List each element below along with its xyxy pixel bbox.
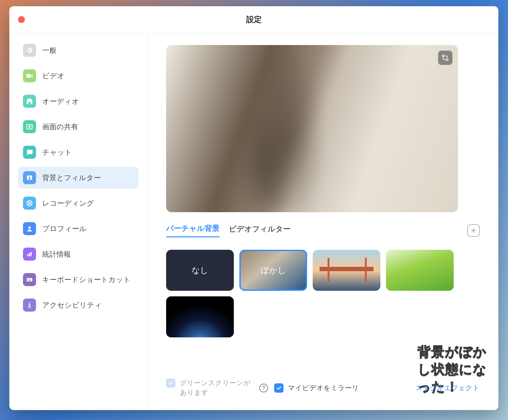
window-title: 設定 bbox=[9, 14, 498, 25]
sidebar-item-label: アクセシビリティ bbox=[42, 300, 102, 310]
background-icon bbox=[23, 171, 36, 184]
svg-rect-12 bbox=[30, 279, 31, 280]
sidebar-item-label: プロフィール bbox=[42, 224, 87, 234]
svg-point-4 bbox=[29, 202, 31, 204]
main-panel: バーチャル背景 ビデオフィルター なし ぼかし bbox=[147, 33, 498, 410]
stats-icon bbox=[23, 248, 36, 261]
tab-virtual-background[interactable]: バーチャル背景 bbox=[166, 223, 220, 237]
sidebar-item-general[interactable]: 一般 bbox=[18, 39, 138, 61]
gear-icon bbox=[23, 44, 36, 57]
svg-rect-9 bbox=[27, 278, 32, 281]
greenscreen-checkbox bbox=[166, 378, 175, 388]
close-window-button[interactable] bbox=[18, 16, 25, 23]
svg-rect-8 bbox=[31, 252, 32, 256]
sidebar-item-label: 一般 bbox=[42, 46, 57, 55]
sidebar-item-statistics[interactable]: 統計情報 bbox=[18, 243, 138, 265]
bg-option-grass[interactable] bbox=[386, 250, 454, 291]
svg-point-14 bbox=[29, 302, 30, 304]
mirror-label: マイビデオをミラーリ bbox=[288, 383, 359, 393]
svg-rect-13 bbox=[28, 280, 31, 281]
rotate-camera-button[interactable] bbox=[438, 51, 452, 65]
bottom-options: グリーンスクリーンがあります ? マイビデオをミラーリ スタジオエフェクト bbox=[166, 378, 480, 398]
sidebar-item-audio[interactable]: オーディオ bbox=[18, 90, 138, 112]
bg-option-label: ぼかし bbox=[261, 265, 286, 276]
sidebar-item-share-screen[interactable]: 画面の共有 bbox=[18, 116, 138, 138]
mirror-checkbox[interactable] bbox=[274, 383, 283, 393]
keyboard-icon bbox=[23, 273, 36, 286]
sidebar-item-label: 画面の共有 bbox=[42, 122, 78, 132]
bg-option-blur[interactable]: ぼかし bbox=[239, 250, 307, 291]
sidebar-item-label: 統計情報 bbox=[42, 249, 71, 259]
sidebar-item-profile[interactable]: プロフィール bbox=[18, 218, 138, 240]
sidebar-item-accessibility[interactable]: アクセシビリティ bbox=[18, 294, 138, 316]
sidebar-item-label: ビデオ bbox=[42, 71, 65, 81]
sidebar-item-label: レコーディング bbox=[42, 199, 94, 208]
sidebar-item-label: キーボードショートカット bbox=[42, 275, 131, 285]
help-icon[interactable]: ? bbox=[259, 384, 268, 392]
background-options-grid: なし ぼかし bbox=[166, 250, 461, 337]
tab-video-filter[interactable]: ビデオフィルター bbox=[229, 224, 291, 237]
svg-rect-15 bbox=[443, 56, 447, 60]
video-icon bbox=[23, 69, 36, 82]
settings-sidebar: 一般 ビデオ オーディオ 画面の共有 bbox=[9, 33, 147, 410]
record-icon bbox=[23, 197, 36, 210]
sidebar-item-label: チャット bbox=[42, 148, 72, 157]
bg-option-label: なし bbox=[192, 265, 208, 276]
share-screen-icon bbox=[23, 120, 36, 133]
profile-icon bbox=[23, 222, 36, 235]
add-background-button[interactable] bbox=[467, 224, 480, 237]
sidebar-item-video[interactable]: ビデオ bbox=[18, 65, 138, 87]
svg-rect-6 bbox=[27, 254, 29, 256]
headphones-icon bbox=[23, 95, 36, 108]
titlebar: 設定 bbox=[9, 6, 498, 33]
bg-option-bridge[interactable] bbox=[313, 250, 380, 291]
mirror-option[interactable]: マイビデオをミラーリ bbox=[274, 383, 359, 393]
svg-point-2 bbox=[29, 176, 30, 178]
svg-rect-7 bbox=[29, 253, 30, 256]
accessibility-icon bbox=[23, 299, 36, 312]
svg-rect-10 bbox=[28, 279, 28, 280]
studio-effects-link[interactable]: スタジオエフェクト bbox=[415, 383, 480, 393]
video-preview bbox=[166, 45, 458, 212]
tabs: バーチャル背景 ビデオフィルター bbox=[166, 223, 480, 237]
chat-icon bbox=[23, 146, 36, 159]
sidebar-item-chat[interactable]: チャット bbox=[18, 141, 138, 163]
sidebar-item-recording[interactable]: レコーディング bbox=[18, 192, 138, 214]
sidebar-item-background-filters[interactable]: 背景とフィルター bbox=[18, 167, 138, 189]
svg-point-5 bbox=[28, 226, 31, 229]
sidebar-item-keyboard-shortcuts[interactable]: キーボードショートカット bbox=[18, 269, 138, 290]
bg-option-none[interactable]: なし bbox=[166, 250, 234, 291]
svg-rect-11 bbox=[29, 279, 29, 280]
settings-window: 設定 一般 ビデオ オーディオ bbox=[9, 6, 498, 410]
greenscreen-label: グリーンスクリーンがあります bbox=[180, 378, 253, 398]
greenscreen-option: グリーンスクリーンがあります bbox=[166, 378, 253, 398]
bg-option-earth[interactable] bbox=[166, 296, 234, 337]
sidebar-item-label: オーディオ bbox=[42, 97, 79, 106]
sidebar-item-label: 背景とフィルター bbox=[42, 173, 101, 183]
